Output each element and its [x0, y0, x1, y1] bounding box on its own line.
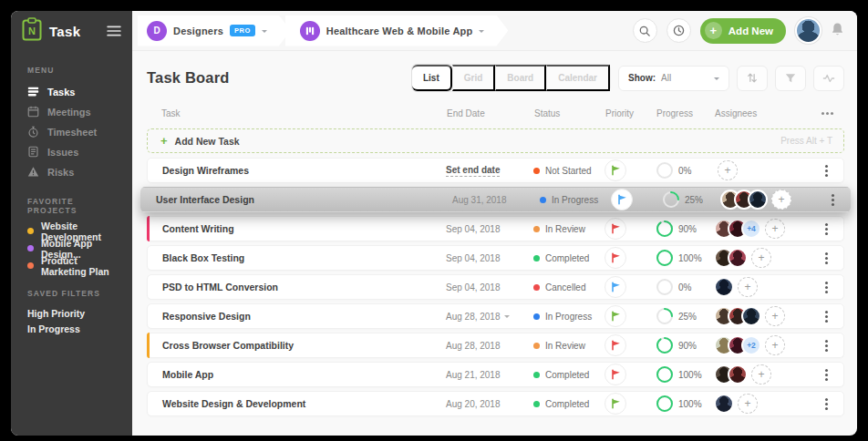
- assignee-avatar[interactable]: [741, 306, 761, 326]
- add-assignee-button[interactable]: +: [738, 277, 758, 297]
- add-assignee-button[interactable]: +: [771, 190, 791, 210]
- set-end-date-link[interactable]: Set end date: [446, 165, 500, 177]
- row-menu-icon[interactable]: [809, 369, 843, 381]
- project-color-dot: [27, 262, 34, 269]
- clock-icon: [673, 25, 685, 36]
- row-menu-icon[interactable]: [809, 165, 843, 177]
- add-assignee-button[interactable]: +: [718, 160, 738, 180]
- progress-value: 90%: [678, 224, 697, 234]
- priority-flag-button[interactable]: [604, 364, 626, 385]
- more-assignees-badge[interactable]: +2: [741, 335, 761, 355]
- sidebar-item-issues[interactable]: Issues: [27, 142, 125, 162]
- assignee-avatar[interactable]: [714, 277, 734, 297]
- sidebar-filters-section: SAVED FILTERS High PriorityIn Progress: [27, 289, 125, 336]
- task-row[interactable]: Design WireframesSet end dateNot Started…: [147, 158, 844, 183]
- row-menu-icon[interactable]: [809, 311, 843, 323]
- assignee-avatar[interactable]: [714, 394, 734, 414]
- priority-flag-button[interactable]: [604, 218, 626, 240]
- end-date[interactable]: Set end date: [446, 165, 533, 177]
- sidebar-item-risks[interactable]: Risks: [27, 162, 125, 182]
- search-icon: [639, 26, 650, 36]
- notifications-bell-icon[interactable]: [831, 22, 844, 40]
- flag-icon: [611, 223, 621, 234]
- priority-flag-button[interactable]: [604, 159, 626, 181]
- status-dot: [533, 284, 540, 291]
- status-dot: [540, 197, 546, 203]
- assignee-avatar[interactable]: [728, 364, 748, 385]
- add-assignee-button[interactable]: +: [738, 394, 758, 414]
- assignee-avatar[interactable]: [748, 190, 768, 210]
- view-switcher: ListGridBoardCalendar: [411, 64, 611, 92]
- end-date: Aug 21, 2018: [446, 370, 533, 380]
- add-assignee-button[interactable]: +: [765, 335, 785, 355]
- add-assignee-button[interactable]: +: [765, 306, 785, 326]
- assignees: +: [714, 306, 809, 326]
- row-menu-icon[interactable]: [815, 194, 850, 206]
- add-new-button[interactable]: + Add New: [700, 18, 786, 44]
- add-assignee-button[interactable]: +: [751, 248, 771, 268]
- status-dot: [533, 372, 540, 378]
- row-menu-icon[interactable]: [809, 282, 843, 293]
- end-date: Sep 04, 2018: [446, 253, 533, 263]
- sidebar-item-timesheet[interactable]: Timesheet: [27, 122, 125, 142]
- row-menu-icon[interactable]: [809, 223, 843, 235]
- priority-flag-button[interactable]: [611, 189, 633, 210]
- add-assignee-button[interactable]: +: [751, 364, 771, 385]
- progress-ring: [656, 220, 674, 238]
- end-date-value: Aug 28, 2018: [446, 341, 501, 351]
- sort-button[interactable]: [737, 66, 768, 91]
- favorite-project-item[interactable]: Product Marketing Plan: [27, 257, 125, 274]
- filter-button[interactable]: [775, 66, 806, 91]
- end-date: Aug 28, 2018: [446, 312, 533, 322]
- priority-flag-button[interactable]: [604, 305, 626, 327]
- task-row[interactable]: Content WritingSep 04, 2018In Review90%+…: [147, 216, 844, 241]
- hamburger-menu-icon[interactable]: [107, 26, 121, 36]
- view-tab-grid[interactable]: Grid: [452, 65, 496, 91]
- view-tab-calendar[interactable]: Calendar: [546, 65, 610, 91]
- saved-filter-item[interactable]: High Priority: [27, 305, 125, 321]
- row-menu-icon[interactable]: [809, 340, 843, 352]
- view-tab-board[interactable]: Board: [495, 65, 546, 91]
- recent-activity-button[interactable]: [666, 18, 691, 43]
- task-row[interactable]: Cross Browser CompatibilityAug 28, 2018I…: [147, 333, 844, 358]
- more-assignees-badge[interactable]: +4: [741, 219, 761, 239]
- activity-button[interactable]: [813, 66, 844, 91]
- svg-text:N: N: [28, 26, 36, 36]
- priority-flag-button[interactable]: [604, 393, 626, 415]
- sidebar-filters-title: SAVED FILTERS: [27, 289, 125, 298]
- user-avatar[interactable]: [795, 17, 822, 44]
- task-row[interactable]: Black Box TestingSep 04, 2018Completed10…: [147, 245, 844, 271]
- show-filter-dropdown[interactable]: Show: All: [618, 66, 729, 91]
- task-name: Mobile App: [148, 369, 446, 380]
- sidebar-item-label: Issues: [47, 147, 78, 158]
- task-row[interactable]: Mobile AppAug 21, 2018Completed100%+: [147, 362, 844, 387]
- priority-flag-button[interactable]: [604, 276, 626, 298]
- topbar: N Task D Designers PRO Healthcare Web & …: [11, 11, 857, 51]
- priority-flag-button[interactable]: [604, 334, 626, 356]
- toolbar-controls: ListGridBoardCalendar Show: All: [411, 64, 844, 92]
- breadcrumb-team[interactable]: D Designers PRO: [138, 15, 291, 46]
- row-menu-icon[interactable]: [809, 252, 843, 264]
- task-row[interactable]: User Interface DesignAug 31, 2018In Prog…: [140, 187, 851, 212]
- chevron-down-icon: [479, 30, 484, 36]
- saved-filter-item[interactable]: In Progress: [27, 321, 125, 336]
- status-label: In Review: [545, 341, 585, 351]
- assignee-avatar[interactable]: [728, 248, 748, 268]
- task-name: Responsive Design: [148, 311, 446, 322]
- add-assignee-button[interactable]: +: [765, 219, 785, 239]
- sidebar-item-tasks[interactable]: Tasks: [27, 82, 125, 102]
- column-options-icon[interactable]: [810, 112, 844, 115]
- view-tab-list[interactable]: List: [412, 65, 452, 91]
- add-new-task-row[interactable]: + Add New Task Press Alt + T: [147, 128, 844, 153]
- task-row[interactable]: PSD to HTML ConversionSep 04, 2018Cancel…: [147, 274, 844, 300]
- task-row[interactable]: Website Design & DevelopmentAug 20, 2018…: [147, 391, 844, 416]
- chevron-down-icon: [262, 30, 267, 36]
- priority-flag-button[interactable]: [604, 247, 626, 269]
- search-button[interactable]: [633, 18, 657, 43]
- task-row[interactable]: Responsive DesignAug 28, 2018In Progress…: [147, 303, 844, 329]
- app-logo-icon: N: [22, 17, 42, 45]
- breadcrumb-project[interactable]: Healthcare Web & Mobile App: [285, 15, 509, 46]
- sidebar-item-meetings[interactable]: Meetings: [27, 102, 125, 122]
- add-new-task-label: Add New Task: [175, 136, 240, 147]
- row-menu-icon[interactable]: [809, 398, 843, 410]
